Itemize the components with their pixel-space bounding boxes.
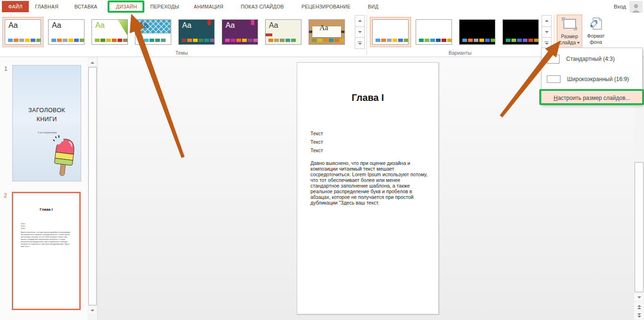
- themes-more-icon[interactable]: [355, 37, 365, 49]
- thumb1-subtitle: А это подзаголовок: [13, 131, 81, 134]
- next-slide-button[interactable]: [635, 312, 644, 319]
- format-background-button[interactable]: Формат фона: [583, 15, 609, 49]
- variants-gallery-scroll: [542, 15, 552, 49]
- color-swatches: [95, 39, 128, 42]
- tab-insert[interactable]: ВСТАВКА: [72, 0, 100, 13]
- themes-scroll-up-icon[interactable]: [355, 15, 365, 27]
- tab-home[interactable]: ГЛАВНАЯ: [35, 0, 59, 13]
- ribbon-tab-bar: ФАЙЛ ГЛАВНАЯ ВСТАВКА ДИЗАЙН ПЕРЕХОДЫ АНИ…: [0, 0, 644, 13]
- tab-animations[interactable]: АНИМАЦИЯ: [191, 0, 226, 13]
- variant-thumbnail-preview: [459, 19, 495, 45]
- theme-thumbnail-preview: Aa: [92, 19, 128, 45]
- theme-thumbnail-organic-wood[interactable]: Aa: [306, 17, 347, 47]
- theme-corner-tab: [208, 20, 211, 25]
- slide-1-number: 1: [4, 66, 8, 72]
- theme-accent-mark: [266, 33, 272, 36]
- theme-thumbnail-berlin[interactable]: Aa: [219, 17, 260, 47]
- person-icon: [631, 2, 641, 13]
- theme-thumbnail-office-light-2[interactable]: Aa: [46, 17, 87, 47]
- sign-in-link[interactable]: Вход: [614, 4, 626, 9]
- slide-canvas[interactable]: Глава I Текст Текст Текст Давно выяснено…: [297, 62, 439, 314]
- ice-cream-illustration: [50, 135, 79, 179]
- thumb2-body: Текст Текст Текст Давно выяснено, что пр…: [21, 222, 72, 247]
- tab-transitions[interactable]: ПЕРЕХОДЫ: [148, 0, 181, 13]
- theme-thumbnail-facet[interactable]: Aa: [89, 17, 130, 47]
- slide-title[interactable]: Глава I: [297, 92, 438, 103]
- aspect-16-9-icon: [547, 75, 560, 83]
- tab-file[interactable]: ФАЙЛ: [2, 1, 29, 12]
- theme-thumbnail-preview: Aa: [222, 19, 258, 45]
- tab-review[interactable]: РЕЦЕНЗИРОВАНИЕ: [299, 0, 353, 13]
- theme-thumbnail-preview: Aa: [135, 19, 171, 45]
- theme-thumbnail-preview: Aa: [48, 19, 84, 45]
- color-swatches: [506, 39, 539, 42]
- slide-size-button[interactable]: Размер слайда: [557, 15, 582, 49]
- format-background-label-2: фона: [590, 39, 602, 45]
- theme-thumbnail-preview: Aa: [5, 19, 41, 45]
- themes-scroll-down-icon[interactable]: [355, 26, 365, 38]
- themes-group-label: Темы: [156, 50, 208, 56]
- variant-thumbnail-preview: [372, 19, 409, 45]
- themes-gallery-scroll: [355, 15, 365, 49]
- main-scroll-down-icon[interactable]: [635, 294, 644, 301]
- variant-thumbnail-preview: [416, 19, 452, 45]
- main-scrollbar-thumb[interactable]: [635, 162, 644, 292]
- panel-scrollbar-thumb[interactable]: [88, 67, 97, 305]
- design-tab-highlight-box: [108, 0, 144, 13]
- theme-thumbnail-cream-brush[interactable]: Aa: [263, 17, 304, 47]
- variants-scroll-down-icon[interactable]: [542, 26, 552, 38]
- panel-scroll-down-icon[interactable]: [88, 307, 97, 314]
- variant-thumbnail-variant-black-office[interactable]: [457, 17, 498, 47]
- thumb2-title: Глава I: [13, 207, 79, 212]
- color-swatches: [376, 39, 409, 42]
- slide-size-label-1: Размер: [561, 33, 578, 39]
- variant-thumbnail-variant-black-alt[interactable]: [500, 17, 541, 47]
- slide-1-thumbnail[interactable]: ЗАГОЛОВОК КНИГИ А это подзаголовок: [12, 65, 81, 181]
- color-swatches: [8, 39, 41, 42]
- color-swatches: [268, 39, 296, 42]
- slide-body-text[interactable]: Текст Текст Текст Давно выяснено, что пр…: [310, 131, 430, 205]
- format-background-label-1: Формат: [587, 33, 604, 39]
- custom-slide-size-highlight-box: [539, 89, 644, 105]
- theme-thumbnail-integral[interactable]: Aa: [133, 17, 174, 47]
- variants-gallery: [370, 15, 544, 49]
- theme-thumbnail-preview: Aa: [265, 19, 301, 45]
- tab-view[interactable]: ВИД: [366, 0, 380, 13]
- theme-aa-sample: Aa: [319, 24, 328, 32]
- aspect-4-3-icon: [547, 55, 560, 64]
- color-swatches: [51, 39, 84, 42]
- menu-item-widescreen-16-9[interactable]: Широкоэкранный (16:9): [542, 72, 642, 86]
- themes-gallery: AaAaAaAaAaAaAaAa: [2, 15, 350, 49]
- slide-size-icon: [561, 17, 577, 32]
- color-swatches: [138, 39, 166, 42]
- theme-aa-sample: Aa: [95, 21, 105, 30]
- color-swatches: [312, 39, 345, 42]
- menu-item-standard-4-3[interactable]: Стандартный (4:3): [542, 52, 642, 66]
- theme-thumbnail-slice[interactable]: Aa: [176, 17, 217, 47]
- color-swatches: [182, 39, 215, 42]
- theme-thumbnail-office-light[interactable]: Aa: [2, 17, 43, 47]
- variants-group-label: Варианты: [434, 50, 486, 56]
- previous-slide-button[interactable]: [635, 303, 644, 311]
- theme-thumbnail-preview: Aa: [309, 19, 345, 45]
- variant-thumbnail-variant-white-alt[interactable]: [413, 17, 454, 47]
- slide-2-thumbnail-selected[interactable]: Глава I Текст Текст Текст Давно выяснено…: [12, 192, 81, 310]
- thumb1-title: ЗАГОЛОВОК КНИГИ: [13, 106, 81, 124]
- variant-thumbnail-variant-white-office[interactable]: [370, 17, 411, 47]
- theme-aa-sample: Aa: [139, 21, 148, 30]
- theme-aa-sample: Aa: [182, 21, 192, 30]
- panel-scroll-up-icon[interactable]: [88, 59, 97, 66]
- user-avatar-icon[interactable]: [629, 1, 643, 13]
- theme-corner-tab: [251, 20, 254, 25]
- theme-aa-sample: Aa: [8, 21, 18, 30]
- slide-2-number: 2: [4, 192, 7, 199]
- tab-slideshow[interactable]: ПОКАЗ СЛАЙДОВ: [237, 0, 288, 13]
- theme-aa-sample: Aa: [226, 21, 235, 30]
- theme-aa-sample: Aa: [52, 21, 61, 30]
- color-swatches: [462, 39, 495, 42]
- slide-thumbnails-panel: 1 ЗАГОЛОВОК КНИГИ А это подзаголовок: [0, 57, 98, 320]
- theme-thumbnail-preview: Aa: [178, 19, 215, 45]
- color-swatches: [225, 39, 258, 42]
- powerpoint-window: ФАЙЛ ГЛАВНАЯ ВСТАВКА ДИЗАЙН ПЕРЕХОДЫ АНИ…: [0, 0, 644, 320]
- variants-scroll-up-icon[interactable]: [542, 15, 552, 27]
